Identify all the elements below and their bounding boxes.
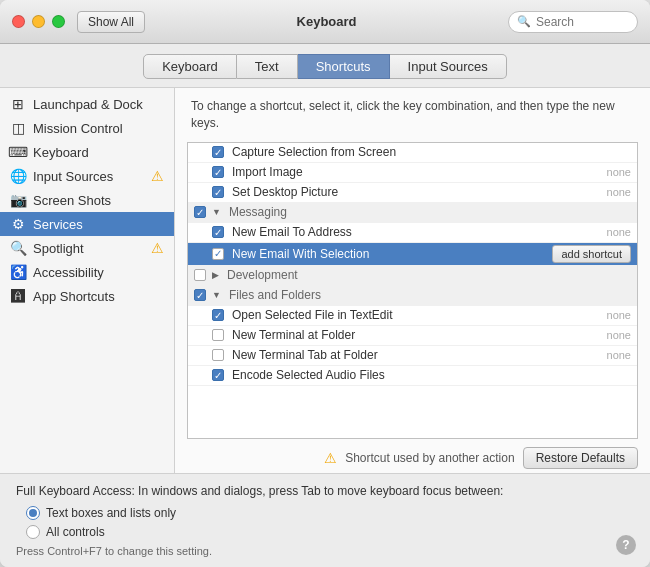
import-label: Import Image xyxy=(230,165,603,179)
right-panel: To change a shortcut, select it, click t… xyxy=(175,88,650,473)
shortcut-row-encode[interactable]: ✓ Encode Selected Audio Files xyxy=(188,366,637,386)
tab-keyboard[interactable]: Keyboard xyxy=(143,54,237,79)
sidebar-item-app-shortcuts[interactable]: 🅰 App Shortcuts xyxy=(0,284,174,308)
development-triangle-icon: ▶ xyxy=(212,270,219,280)
radio-text-boxes-label: Text boxes and lists only xyxy=(46,506,176,520)
search-icon: 🔍 xyxy=(517,15,531,28)
tab-input-sources[interactable]: Input Sources xyxy=(390,54,507,79)
desktop-label: Set Desktop Picture xyxy=(230,185,603,199)
tab-shortcuts[interactable]: Shortcuts xyxy=(298,54,390,79)
screenshots-icon: 📷 xyxy=(10,192,26,208)
sidebar-item-mission-control[interactable]: ◫ Mission Control xyxy=(0,116,174,140)
capture-label: Capture Selection from Screen xyxy=(230,145,627,159)
open-selected-value: none xyxy=(607,309,631,321)
warning-bar: ⚠ Shortcut used by another action Restor… xyxy=(175,443,650,473)
radio-group: Text boxes and lists only All controls xyxy=(26,506,634,539)
search-input[interactable] xyxy=(536,15,629,29)
messaging-triangle-icon: ▼ xyxy=(212,207,221,217)
maximize-button[interactable] xyxy=(52,15,65,28)
input-sources-icon: 🌐 xyxy=(10,168,26,184)
shortcut-row-capture[interactable]: ✓ Capture Selection from Screen xyxy=(188,143,637,163)
sidebar-item-services[interactable]: ⚙ Services xyxy=(0,212,174,236)
sidebar-item-app-shortcuts-label: App Shortcuts xyxy=(33,289,115,304)
help-button[interactable]: ? xyxy=(616,535,636,555)
traffic-lights xyxy=(12,15,65,28)
new-terminal-checkbox[interactable] xyxy=(212,329,224,341)
email-address-label: New Email To Address xyxy=(230,225,603,239)
radio-text-boxes-circle[interactable] xyxy=(26,506,40,520)
sidebar-item-keyboard[interactable]: ⌨ Keyboard xyxy=(0,140,174,164)
tab-text[interactable]: Text xyxy=(237,54,298,79)
open-selected-label: Open Selected File in TextEdit xyxy=(230,308,603,322)
search-box: 🔍 xyxy=(508,11,638,33)
new-terminal-label: New Terminal at Folder xyxy=(230,328,603,342)
shortcut-row-desktop[interactable]: ✓ Set Desktop Picture none xyxy=(188,183,637,203)
app-shortcuts-icon: 🅰 xyxy=(10,288,26,304)
shortcut-row-email-selection[interactable]: ✓ New Email With Selection add shortcut xyxy=(188,243,637,266)
sidebar: ⊞ Launchpad & Dock ◫ Mission Control ⌨ K… xyxy=(0,88,175,473)
shortcut-row-messaging[interactable]: ✓ ▼ Messaging xyxy=(188,203,637,223)
email-selection-label: New Email With Selection xyxy=(230,247,548,261)
services-icon: ⚙ xyxy=(10,216,26,232)
files-folders-triangle-icon: ▼ xyxy=(212,290,221,300)
import-value: none xyxy=(607,166,631,178)
new-terminal-value: none xyxy=(607,329,631,341)
messaging-checkbox[interactable]: ✓ xyxy=(194,206,206,218)
desktop-value: none xyxy=(607,186,631,198)
titlebar: Show All Keyboard 🔍 xyxy=(0,0,650,44)
spotlight-icon: 🔍 xyxy=(10,240,26,256)
minimize-button[interactable] xyxy=(32,15,45,28)
shortcut-row-development[interactable]: ▶ Development xyxy=(188,266,637,286)
keyboard-icon: ⌨ xyxy=(10,144,26,160)
shortcut-row-new-terminal-tab[interactable]: New Terminal Tab at Folder none xyxy=(188,346,637,366)
sidebar-item-spotlight[interactable]: 🔍 Spotlight ⚠ xyxy=(0,236,174,260)
spotlight-warning-icon: ⚠ xyxy=(151,240,164,256)
sidebar-item-mission-control-label: Mission Control xyxy=(33,121,123,136)
email-address-checkbox[interactable]: ✓ xyxy=(212,226,224,238)
email-selection-checkbox[interactable]: ✓ xyxy=(212,248,224,260)
sidebar-item-launchpad[interactable]: ⊞ Launchpad & Dock xyxy=(0,92,174,116)
bottom-section: Full Keyboard Access: In windows and dia… xyxy=(0,473,650,567)
tabs-bar: Keyboard Text Shortcuts Input Sources xyxy=(0,44,650,88)
description-text: To change a shortcut, select it, click t… xyxy=(175,88,650,138)
input-sources-warning-icon: ⚠ xyxy=(151,168,164,184)
radio-all-controls[interactable]: All controls xyxy=(26,525,634,539)
sidebar-item-accessibility[interactable]: ♿ Accessibility xyxy=(0,260,174,284)
shortcuts-list: ✓ Capture Selection from Screen ✓ Import… xyxy=(187,142,638,439)
radio-all-controls-label: All controls xyxy=(46,525,105,539)
shortcut-row-email-address[interactable]: ✓ New Email To Address none xyxy=(188,223,637,243)
desktop-checkbox[interactable]: ✓ xyxy=(212,186,224,198)
shortcut-row-import[interactable]: ✓ Import Image none xyxy=(188,163,637,183)
radio-all-controls-circle[interactable] xyxy=(26,525,40,539)
import-checkbox[interactable]: ✓ xyxy=(212,166,224,178)
sidebar-item-launchpad-label: Launchpad & Dock xyxy=(33,97,143,112)
sidebar-item-keyboard-label: Keyboard xyxy=(33,145,89,160)
new-terminal-tab-checkbox[interactable] xyxy=(212,349,224,361)
close-button[interactable] xyxy=(12,15,25,28)
keyboard-access-label: Full Keyboard Access: In windows and dia… xyxy=(16,484,634,498)
shortcut-row-files-folders[interactable]: ✓ ▼ Files and Folders xyxy=(188,286,637,306)
open-selected-checkbox[interactable]: ✓ xyxy=(212,309,224,321)
capture-checkbox[interactable]: ✓ xyxy=(212,146,224,158)
sidebar-item-input-sources[interactable]: 🌐 Input Sources ⚠ xyxy=(0,164,174,188)
development-label: Development xyxy=(225,268,631,282)
email-address-value: none xyxy=(607,226,631,238)
files-folders-checkbox[interactable]: ✓ xyxy=(194,289,206,301)
window-title: Keyboard xyxy=(145,14,508,29)
development-checkbox[interactable] xyxy=(194,269,206,281)
add-shortcut-button[interactable]: add shortcut xyxy=(552,245,631,263)
sidebar-item-screenshots-label: Screen Shots xyxy=(33,193,111,208)
shortcut-row-new-terminal[interactable]: New Terminal at Folder none xyxy=(188,326,637,346)
restore-defaults-button[interactable]: Restore Defaults xyxy=(523,447,638,469)
encode-checkbox[interactable]: ✓ xyxy=(212,369,224,381)
control-note: Press Control+F7 to change this setting. xyxy=(16,545,634,557)
radio-text-boxes[interactable]: Text boxes and lists only xyxy=(26,506,634,520)
shortcut-row-open-selected[interactable]: ✓ Open Selected File in TextEdit none xyxy=(188,306,637,326)
warning-icon: ⚠ xyxy=(324,450,337,466)
show-all-button[interactable]: Show All xyxy=(77,11,145,33)
sidebar-item-input-sources-label: Input Sources xyxy=(33,169,113,184)
sidebar-item-screenshots[interactable]: 📷 Screen Shots xyxy=(0,188,174,212)
files-folders-label: Files and Folders xyxy=(227,288,631,302)
keyboard-window: Show All Keyboard 🔍 Keyboard Text Shortc… xyxy=(0,0,650,567)
launchpad-icon: ⊞ xyxy=(10,96,26,112)
